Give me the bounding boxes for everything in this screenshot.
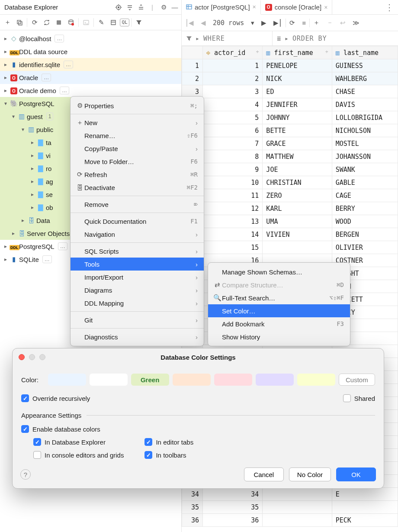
close-icon[interactable] (19, 354, 25, 360)
cell-actor-id[interactable]: 9 (203, 163, 263, 176)
cell-last-name[interactable]: MOSTEL (332, 137, 398, 150)
table-row[interactable]: 66BETTENICHOLSON (182, 124, 398, 137)
menu-item[interactable]: Quick DocumentationF1 (71, 215, 204, 228)
cell-actor-id[interactable]: 34 (203, 488, 263, 501)
tree-node[interactable]: ▸OOracle demo… (0, 84, 181, 97)
table-row[interactable]: 1515OLIVIER (182, 241, 398, 254)
chevron-icon[interactable]: ▸ (29, 139, 35, 145)
menu-item[interactable]: Copy/Paste› (71, 142, 204, 155)
menu-item[interactable]: ⟳Refresh⌘R (71, 168, 204, 181)
table-row[interactable]: 33EDCHASE (182, 85, 398, 98)
cell-first-name[interactable]: NICK (263, 72, 332, 85)
tab-console[interactable]: O console [Oracle] × (261, 0, 333, 14)
order-by-label[interactable]: ORDER BY (292, 35, 327, 42)
table-row[interactable]: 1313UMAWOOD (182, 215, 398, 228)
cell-actor-id[interactable]: 10 (203, 176, 263, 189)
enable-db-colors-checkbox[interactable]: Enable database colors (21, 425, 100, 433)
table-row[interactable]: 11PENELOPEGUINESS (182, 59, 398, 72)
in-toolbars-checkbox[interactable]: In toolbars (144, 451, 186, 459)
cell-actor-id[interactable]: 2 (203, 72, 263, 85)
edit-button[interactable]: ✎ (96, 17, 107, 28)
tree-node[interactable]: ▸▮identifier.sqlite… (0, 58, 181, 71)
chevron-icon[interactable]: ▸ (3, 256, 9, 262)
filter-button[interactable] (133, 17, 144, 28)
color-swatch[interactable] (256, 374, 294, 386)
tree-node[interactable]: ▸OOracle… (0, 71, 181, 84)
cancel-button[interactable]: Cancel (244, 468, 284, 481)
close-icon[interactable]: × (324, 4, 327, 11)
ddl-button[interactable] (108, 17, 119, 28)
close-icon[interactable]: × (253, 3, 256, 10)
column-header-actor-id[interactable]: ⎆ actor_id ÷ (203, 46, 263, 59)
expand-icon[interactable] (137, 3, 145, 11)
row-header[interactable] (182, 46, 203, 59)
cell-last-name[interactable]: NICHOLSON (332, 124, 398, 137)
menu-item[interactable]: DDL Mapping› (71, 297, 204, 310)
table-row[interactable]: 3434E (182, 488, 398, 501)
sort-icon[interactable]: ≣ (277, 35, 281, 42)
cell-last-name[interactable] (332, 501, 398, 514)
table-row[interactable]: 44JENNIFERDAVIS (182, 98, 398, 111)
cell-actor-id[interactable]: 14 (203, 228, 263, 241)
chevron-icon[interactable]: ▸ (29, 178, 35, 184)
cell-first-name[interactable]: CHRISTIAN (263, 176, 332, 189)
cell-first-name[interactable]: ED (263, 85, 332, 98)
chevron-icon[interactable]: ▾ (3, 100, 9, 106)
cell-first-name[interactable]: BETTE (263, 124, 332, 137)
ok-button[interactable]: OK (336, 468, 376, 481)
chevron-icon[interactable]: ▸ (29, 204, 35, 210)
add-datasource-button[interactable]: ＋ (2, 17, 13, 28)
query-button[interactable]: QL (120, 19, 129, 26)
cell-last-name[interactable]: CAGE (332, 189, 398, 202)
chevron-icon[interactable]: ▸ (10, 230, 16, 236)
table-row[interactable]: 22NICKWAHLBERG (182, 72, 398, 85)
cell-actor-id[interactable]: 35 (203, 501, 263, 514)
locate-icon[interactable] (115, 3, 122, 11)
jump-to-console-button[interactable] (80, 17, 92, 28)
chevron-icon[interactable]: ▸ (3, 243, 9, 249)
table-row[interactable]: 1414VIVIENBERGEN (182, 228, 398, 241)
prev-page-icon[interactable]: ◀ (201, 19, 206, 27)
chevron-icon[interactable]: ▸ (29, 191, 35, 197)
cell-actor-id[interactable]: 4 (203, 98, 263, 111)
table-row[interactable]: 3636PECK (182, 514, 398, 527)
cell-first-name[interactable] (263, 241, 332, 254)
in-console-checkbox[interactable]: In console editors and grids (33, 451, 124, 459)
chevron-icon[interactable]: ▸ (3, 74, 9, 81)
cell-last-name[interactable]: GUINESS (332, 59, 398, 72)
table-row[interactable]: 3535 (182, 501, 398, 514)
context-menu[interactable]: ⚙Properties⌘;＋New›Rename…⇧F6Copy/Paste›M… (70, 96, 204, 346)
remove-row-icon[interactable]: － (327, 19, 333, 27)
chevron-icon[interactable]: ▸ (29, 165, 35, 171)
chevron-icon[interactable]: ▾ (10, 113, 16, 119)
cell-first-name[interactable] (263, 514, 332, 527)
cell-last-name[interactable]: GABLE (332, 176, 398, 189)
color-swatch[interactable]: Green (131, 374, 169, 386)
cell-actor-id[interactable]: 3 (203, 85, 263, 98)
cell-last-name[interactable]: JOHANSSON (332, 150, 398, 163)
tree-node[interactable]: ▸DDLDDL data source (0, 45, 181, 58)
where-label[interactable]: WHERE (203, 35, 225, 42)
custom-color-button[interactable]: Custom (339, 374, 375, 386)
chevron-icon[interactable]: ▸ (3, 61, 9, 68)
help-button[interactable]: ? (20, 469, 31, 480)
override-recursively-checkbox[interactable]: Override recursively (21, 394, 90, 402)
refresh-button[interactable]: ⟳ (29, 17, 40, 28)
cell-first-name[interactable]: GRACE (263, 137, 332, 150)
menu-item[interactable]: Add BookmarkF3 (208, 317, 350, 330)
color-swatch[interactable] (48, 374, 86, 386)
chevron-icon[interactable]: ▸ (3, 35, 9, 42)
add-row-icon[interactable]: ＋ (313, 19, 320, 27)
cell-first-name[interactable]: UMA (263, 215, 332, 228)
cell-actor-id[interactable]: 5 (203, 111, 263, 124)
cell-first-name[interactable]: ZERO (263, 189, 332, 202)
gear-icon[interactable]: ⚙ (160, 3, 167, 11)
table-row[interactable]: 1212KARLBERRY (182, 202, 398, 215)
chevron-icon[interactable]: ▸ (29, 152, 35, 158)
tab-actor[interactable]: actor [PostgreSQL] × (182, 0, 261, 15)
last-page-icon[interactable]: ▶⎮ (273, 19, 282, 27)
menu-item[interactable]: Show History (208, 330, 350, 343)
rows-label[interactable]: 200 rows (209, 19, 247, 27)
chevron-icon[interactable]: ▸ (3, 48, 9, 55)
no-color-button[interactable]: No Color (289, 468, 331, 481)
